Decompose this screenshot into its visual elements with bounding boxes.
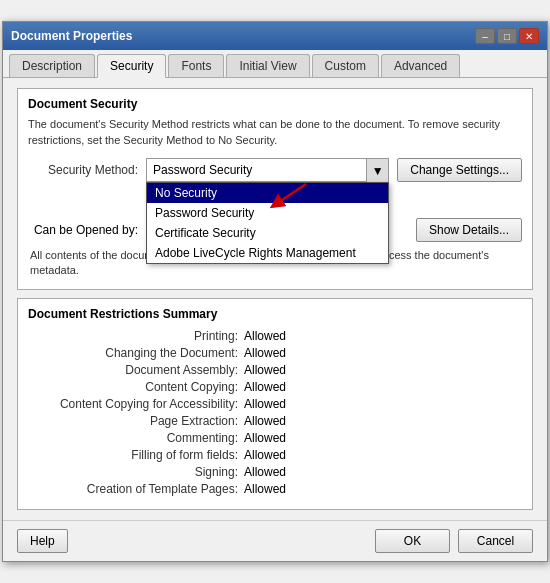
security-method-dropdown-wrapper: Password Security ▼ No Security Password…: [146, 158, 389, 182]
document-security-title: Document Security: [28, 97, 522, 111]
minimize-button[interactable]: –: [475, 28, 495, 44]
restriction-value-form-fields: Allowed: [244, 448, 286, 462]
tab-content: Document Security The document's Securit…: [3, 78, 547, 520]
restriction-label-assembly: Document Assembly:: [28, 363, 238, 377]
restriction-row-accessibility: Content Copying for Accessibility: Allow…: [28, 397, 522, 411]
restrictions-title: Document Restrictions Summary: [28, 307, 522, 321]
restriction-label-extraction: Page Extraction:: [28, 414, 238, 428]
restriction-row-signing: Signing: Allowed: [28, 465, 522, 479]
document-security-section: Document Security The document's Securit…: [17, 88, 533, 290]
tab-initial-view[interactable]: Initial View: [226, 54, 309, 77]
ok-button[interactable]: OK: [375, 529, 450, 553]
tab-custom[interactable]: Custom: [312, 54, 379, 77]
restriction-value-extraction: Allowed: [244, 414, 286, 428]
restriction-row-form-fields: Filling of form fields: Allowed: [28, 448, 522, 462]
restriction-label-form-fields: Filling of form fields:: [28, 448, 238, 462]
restriction-row-template-pages: Creation of Template Pages: Allowed: [28, 482, 522, 496]
restrictions-list: Printing: Allowed Changing the Document:…: [28, 329, 522, 496]
tab-advanced[interactable]: Advanced: [381, 54, 460, 77]
dropdown-option-no-security[interactable]: No Security: [147, 183, 388, 203]
security-method-dropdown-popup: No Security Password Security Certificat…: [146, 182, 389, 264]
security-method-display[interactable]: Password Security ▼: [146, 158, 389, 182]
document-properties-window: Document Properties – □ ✕ Description Se…: [2, 21, 548, 562]
close-button[interactable]: ✕: [519, 28, 539, 44]
restriction-row-content-copying: Content Copying: Allowed: [28, 380, 522, 394]
tab-security[interactable]: Security: [97, 54, 166, 78]
restriction-label-changing: Changing the Document:: [28, 346, 238, 360]
tab-fonts[interactable]: Fonts: [168, 54, 224, 77]
show-details-button[interactable]: Show Details...: [416, 218, 522, 242]
restriction-row-commenting: Commenting: Allowed: [28, 431, 522, 445]
restriction-value-commenting: Allowed: [244, 431, 286, 445]
restriction-label-signing: Signing:: [28, 465, 238, 479]
cancel-button[interactable]: Cancel: [458, 529, 533, 553]
footer-right-buttons: OK Cancel: [375, 529, 533, 553]
restriction-label-template-pages: Creation of Template Pages:: [28, 482, 238, 496]
restriction-value-signing: Allowed: [244, 465, 286, 479]
restriction-row-changing: Changing the Document: Allowed: [28, 346, 522, 360]
opened-by-label: Can be Opened by:: [28, 223, 138, 237]
restriction-label-printing: Printing:: [28, 329, 238, 343]
tab-bar: Description Security Fonts Initial View …: [3, 50, 547, 78]
window-title: Document Properties: [11, 29, 132, 43]
restriction-row-printing: Printing: Allowed: [28, 329, 522, 343]
security-method-value: Password Security: [147, 160, 388, 180]
dropdown-option-password-security[interactable]: Password Security: [147, 203, 388, 223]
document-security-description: The document's Security Method restricts…: [28, 117, 522, 148]
document-restrictions-section: Document Restrictions Summary Printing: …: [17, 298, 533, 510]
help-button[interactable]: Help: [17, 529, 68, 553]
restriction-label-accessibility: Content Copying for Accessibility:: [28, 397, 238, 411]
change-settings-button[interactable]: Change Settings...: [397, 158, 522, 182]
maximize-button[interactable]: □: [497, 28, 517, 44]
restriction-label-content-copying: Content Copying:: [28, 380, 238, 394]
restriction-value-content-copying: Allowed: [244, 380, 286, 394]
title-bar: Document Properties – □ ✕: [3, 22, 547, 50]
tab-description[interactable]: Description: [9, 54, 95, 77]
window-controls: – □ ✕: [475, 28, 539, 44]
security-method-row: Security Method: Password Security ▼ No …: [28, 158, 522, 182]
dropdown-option-certificate-security[interactable]: Certificate Security: [147, 223, 388, 243]
restriction-value-template-pages: Allowed: [244, 482, 286, 496]
restriction-row-extraction: Page Extraction: Allowed: [28, 414, 522, 428]
restriction-value-printing: Allowed: [244, 329, 286, 343]
restriction-value-assembly: Allowed: [244, 363, 286, 377]
restriction-row-assembly: Document Assembly: Allowed: [28, 363, 522, 377]
restriction-value-changing: Allowed: [244, 346, 286, 360]
dialog-footer: Help OK Cancel: [3, 520, 547, 561]
dropdown-option-livecycle[interactable]: Adobe LiveCycle Rights Management: [147, 243, 388, 263]
restriction-value-accessibility: Allowed: [244, 397, 286, 411]
security-method-label: Security Method:: [28, 163, 138, 177]
restriction-label-commenting: Commenting:: [28, 431, 238, 445]
